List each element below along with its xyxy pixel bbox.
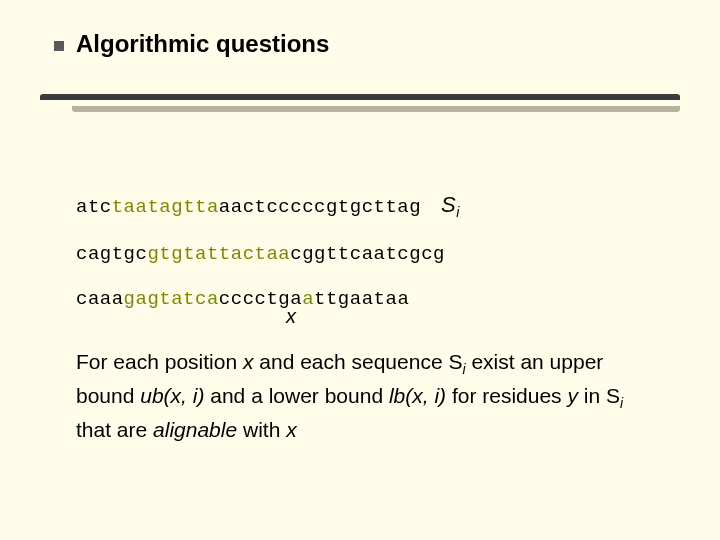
slide-title: Algorithmic questions: [76, 30, 329, 58]
para-lb: lb(x, i): [389, 384, 446, 407]
para-t1: For each position: [76, 350, 243, 373]
seq2-part2: gtgtattactaa: [147, 243, 290, 265]
seq1-part2: taatagtta: [112, 196, 219, 218]
seq3-part4: a: [302, 288, 314, 310]
divider-bottom: [72, 106, 680, 112]
sequence-2: cagtgcgtgtattactaacggttcaatcgcg: [76, 243, 660, 266]
para-t6: in: [578, 384, 606, 407]
para-S-letter: S: [448, 350, 462, 373]
divider-top: [40, 94, 680, 100]
seq1-label: Si: [441, 192, 460, 217]
para-y: y: [567, 384, 578, 407]
para-x2: x: [286, 418, 297, 441]
seq1-label-sub: i: [456, 204, 460, 220]
content-area: atctaatagttaaactcccccgtgcttag Si cagtgcg…: [76, 192, 660, 446]
para-S: Si: [448, 350, 465, 373]
seq3-part1: caaa: [76, 288, 124, 310]
para-t2: and each sequence: [253, 350, 448, 373]
seq2-part3: cggttcaatcgcg: [290, 243, 445, 265]
bullet-icon: [54, 41, 64, 51]
para-S2-letter: S: [606, 384, 620, 407]
sequence-1: atctaatagttaaactcccccgtgcttag Si: [76, 192, 660, 221]
explanation-paragraph: For each position x and each sequence Si…: [76, 346, 660, 446]
seq3-part2: gagtatca: [124, 288, 219, 310]
title-row: Algorithmic questions: [54, 30, 329, 58]
para-t5: for residues: [446, 384, 567, 407]
seq1-label-s: S: [441, 192, 456, 217]
para-t7: that are: [76, 418, 153, 441]
seq1-part3: aactcccccgtgcttag: [219, 196, 421, 218]
seq2-part1: cagtgc: [76, 243, 147, 265]
para-S2: Si: [606, 384, 623, 407]
para-ub: ub(x, i): [140, 384, 204, 407]
para-S2-sub: i: [620, 395, 623, 411]
slide: Algorithmic questions atctaatagttaaactcc…: [0, 0, 720, 540]
seq3-part5: ttgaataa: [314, 288, 409, 310]
para-t4: and a lower bound: [204, 384, 388, 407]
para-x: x: [243, 350, 254, 373]
para-t8: with: [237, 418, 286, 441]
divider-group: [40, 94, 680, 112]
para-align: alignable: [153, 418, 237, 441]
seq1-part1: atc: [76, 196, 112, 218]
